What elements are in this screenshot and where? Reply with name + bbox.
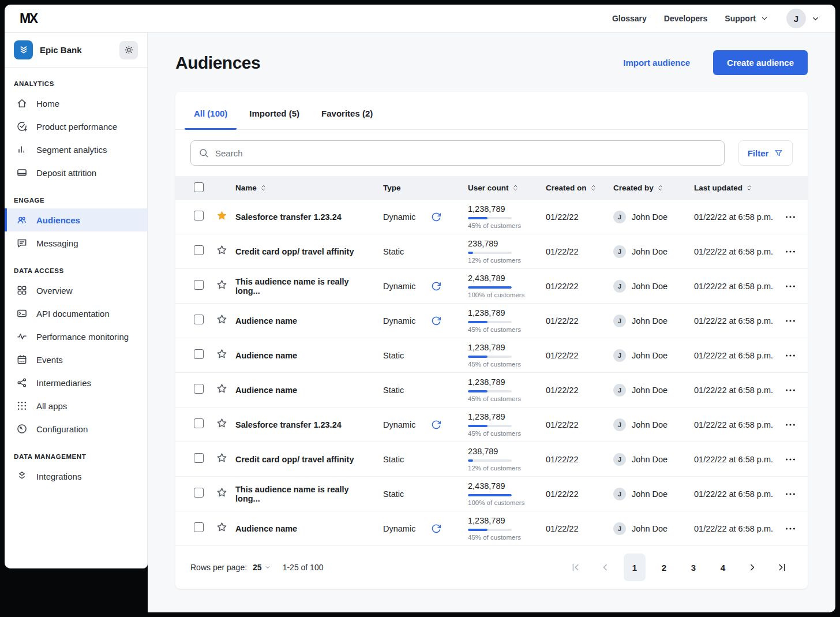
tab-favorites[interactable]: Favorites (2) (312, 103, 382, 130)
last-updated: 01/22/22 at 6:58 p.m. (694, 420, 782, 429)
create-audience-button[interactable]: Create audience (713, 50, 808, 75)
sidebar-item-product-performance[interactable]: Product performance (5, 115, 147, 138)
row-checkbox[interactable] (194, 384, 204, 394)
sidebar-item-messaging[interactable]: Messaging (5, 231, 147, 255)
sidebar-item-api-documentation[interactable]: API documentation (5, 302, 147, 325)
import-audience-button[interactable]: Import audience (623, 58, 690, 68)
sidebar-section-data-access: DATA ACCESS Overview API documentation P… (5, 260, 147, 440)
page-3-button[interactable]: 3 (682, 554, 704, 581)
glossary-link[interactable]: Glossary (612, 14, 647, 23)
favorite-toggle[interactable] (215, 279, 228, 293)
percent-of-customers: 45% of customers (468, 534, 546, 541)
row-actions-button[interactable] (782, 243, 799, 260)
favorite-toggle[interactable] (215, 244, 228, 258)
support-menu[interactable]: Support (725, 14, 769, 23)
column-header-user-count[interactable]: User count (468, 184, 546, 192)
row-actions-button[interactable] (782, 278, 799, 295)
user-count-value: 1,238,789 (468, 516, 546, 525)
row-checkbox[interactable] (194, 315, 204, 324)
sidebar-item-segment-analytics[interactable]: Segment analytics (5, 138, 147, 161)
table-row[interactable]: Audience name Dynamic 1,238,789 45% of c… (175, 304, 808, 338)
favorite-toggle[interactable] (215, 210, 228, 223)
tab-all[interactable]: All (100) (185, 103, 237, 130)
favorite-toggle[interactable] (215, 383, 228, 397)
favorite-toggle[interactable] (215, 417, 228, 431)
row-actions-button[interactable] (782, 520, 799, 537)
pagination-range: 1-25 of 100 (283, 563, 324, 572)
row-actions-button[interactable] (782, 451, 799, 468)
sidebar-item-all-apps[interactable]: All apps (5, 394, 147, 417)
column-header-created-by[interactable]: Created by (613, 184, 694, 192)
table-row[interactable]: Audience name Static 1,238,789 45% of cu… (175, 373, 808, 407)
last-page-button[interactable] (771, 554, 793, 581)
column-header-name[interactable]: Name (235, 184, 383, 192)
sidebar-item-audiences[interactable]: Audiences (5, 208, 147, 231)
refresh-icon[interactable] (430, 419, 442, 431)
section-title: DATA MANAGEMENT (5, 446, 147, 465)
refresh-icon[interactable] (430, 315, 442, 327)
filter-button[interactable]: Filter (738, 140, 793, 166)
table-row[interactable]: Audience name Dynamic 1,238,789 45% of c… (175, 511, 808, 546)
refresh-icon[interactable] (430, 523, 442, 534)
percent-of-customers: 45% of customers (468, 222, 546, 229)
row-actions-button[interactable] (782, 485, 799, 503)
previous-page-button[interactable] (594, 554, 616, 581)
table-row[interactable]: This audience name is really long... Dyn… (175, 269, 808, 304)
sidebar-item-overview[interactable]: Overview (5, 279, 147, 302)
row-checkbox[interactable] (194, 211, 204, 220)
row-checkbox[interactable] (194, 418, 204, 428)
tab-imported[interactable]: Imported (5) (240, 103, 309, 130)
row-actions-button[interactable] (782, 416, 799, 433)
column-header-last-updated[interactable]: Last updated (694, 184, 782, 192)
sidebar-item-performance-monitoring[interactable]: Performance monitoring (5, 325, 147, 348)
column-header-created-on[interactable]: Created on (546, 184, 613, 192)
favorite-toggle[interactable] (215, 313, 228, 327)
search-icon (198, 148, 209, 158)
favorite-toggle[interactable] (215, 452, 228, 466)
page-2-button[interactable]: 2 (653, 554, 675, 581)
page-1-button[interactable]: 1 (624, 554, 646, 581)
table-row[interactable]: Salesforce transfer 1.23.24 Dynamic 1,23… (175, 200, 808, 234)
table-row[interactable]: Credit card opp/ travel affinity Static … (175, 234, 808, 269)
sidebar-item-configuration[interactable]: Configuration (5, 417, 147, 440)
row-checkbox[interactable] (194, 522, 204, 532)
row-checkbox[interactable] (194, 245, 204, 255)
developers-link[interactable]: Developers (664, 14, 707, 23)
refresh-icon[interactable] (430, 281, 442, 292)
sidebar-item-home[interactable]: Home (5, 92, 147, 115)
table-row[interactable]: Audience name Static 1,238,789 45% of cu… (175, 338, 808, 373)
next-page-button[interactable] (741, 554, 763, 581)
refresh-icon[interactable] (430, 211, 442, 223)
user-menu[interactable]: J (786, 9, 820, 28)
favorite-toggle[interactable] (215, 348, 228, 362)
audience-name: Credit card opp/ travel affinity (235, 455, 383, 464)
row-checkbox[interactable] (194, 349, 204, 359)
table-row[interactable]: Salesforce transfer 1.23.24 Dynamic 1,23… (175, 407, 808, 442)
favorite-toggle[interactable] (215, 487, 228, 500)
audience-type: Static (383, 386, 404, 395)
sidebar-item-events[interactable]: Events (5, 348, 147, 371)
row-actions-button[interactable] (782, 347, 799, 364)
sidebar-item-intermediaries[interactable]: Intermediaries (5, 371, 147, 394)
search-input[interactable] (190, 140, 725, 166)
row-actions-button[interactable] (782, 312, 799, 330)
table-row[interactable]: Credit card opp/ travel affinity Static … (175, 442, 808, 477)
select-all-checkbox[interactable] (194, 182, 204, 192)
favorite-toggle[interactable] (215, 521, 228, 535)
row-checkbox[interactable] (194, 280, 204, 290)
row-actions-button[interactable] (782, 382, 799, 399)
org-settings-button[interactable] (119, 41, 138, 59)
sidebar-item-integrations[interactable]: Integrations (5, 465, 147, 488)
events-icon (16, 354, 28, 365)
star-outline-icon (216, 521, 228, 533)
first-page-button[interactable] (565, 554, 587, 581)
row-actions-button[interactable] (782, 208, 799, 226)
sidebar-item-label: Performance monitoring (36, 332, 129, 342)
rows-per-page-select[interactable]: 25 (253, 563, 271, 572)
audience-name: Salesforce transfer 1.23.24 (235, 420, 383, 429)
row-checkbox[interactable] (194, 488, 204, 498)
page-4-button[interactable]: 4 (712, 554, 734, 581)
row-checkbox[interactable] (194, 453, 204, 463)
table-row[interactable]: This audience name is really long... Sta… (175, 477, 808, 511)
sidebar-item-deposit-attrition[interactable]: Deposit attrition (5, 161, 147, 184)
